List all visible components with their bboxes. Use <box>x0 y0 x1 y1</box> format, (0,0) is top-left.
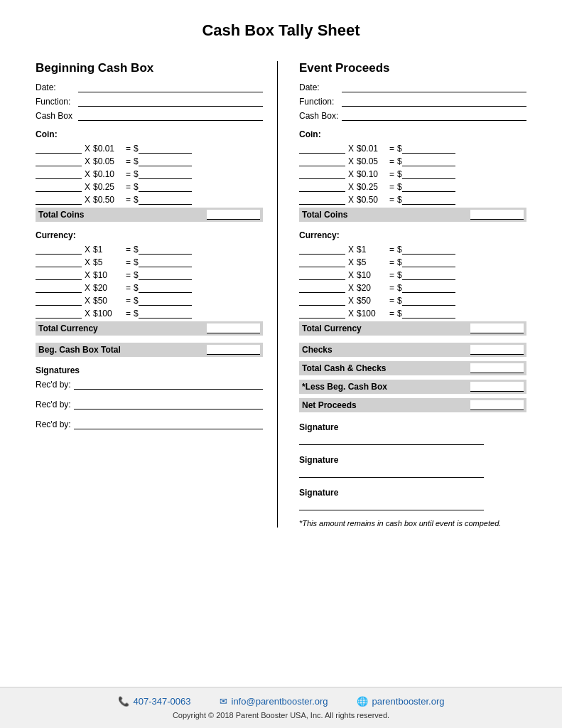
left-coin-qty-010[interactable] <box>36 169 82 179</box>
right-curr-row-20: X $20 = $ <box>299 283 526 293</box>
right-curr-result-10[interactable] <box>402 270 455 280</box>
right-coin-result-050[interactable] <box>402 195 455 205</box>
left-recd-line-3[interactable] <box>74 419 263 429</box>
left-coin-qty-050[interactable] <box>36 195 82 205</box>
left-coin-result-010[interactable] <box>139 169 192 179</box>
right-sig2-line[interactable] <box>299 466 484 478</box>
left-curr-row-5: X $5 = $ <box>36 257 263 267</box>
right-signature-block-2: Signature <box>299 455 526 478</box>
globe-icon: 🌐 <box>357 696 368 707</box>
left-total-coins-value[interactable] <box>207 210 260 220</box>
left-curr-result-5[interactable] <box>139 257 192 267</box>
right-coin-row-025: X $0.25 = $ <box>299 182 526 192</box>
right-coin-result-010[interactable] <box>402 169 455 179</box>
right-curr-result-1[interactable] <box>402 245 455 255</box>
left-coin-result-005[interactable] <box>139 156 192 166</box>
left-curr-row-20: X $20 = $ <box>36 283 263 293</box>
left-function-input[interactable] <box>78 97 263 107</box>
right-curr-qty-5[interactable] <box>299 257 345 267</box>
left-total-currency-value[interactable] <box>207 323 260 333</box>
left-coin-result-001[interactable] <box>139 144 192 154</box>
left-curr-qty-50[interactable] <box>36 296 82 306</box>
right-curr-qty-50[interactable] <box>299 296 345 306</box>
right-footnote: *This amount remains in cash box until e… <box>299 519 526 528</box>
left-recd-line-2[interactable] <box>74 400 263 410</box>
right-curr-row-1: X $1 = $ <box>299 245 526 255</box>
right-coin-row-010: X $0.10 = $ <box>299 169 526 179</box>
left-curr-qty-20[interactable] <box>36 283 82 293</box>
left-coin-qty-001[interactable] <box>36 144 82 154</box>
left-curr-denom-20: $20 <box>93 283 123 293</box>
left-beg-cash-box-total-value[interactable] <box>207 345 260 355</box>
right-sig1-title: Signature <box>299 422 526 432</box>
right-coin-qty-001[interactable] <box>299 144 345 154</box>
right-curr-result-100[interactable] <box>402 309 455 318</box>
right-curr-result-20[interactable] <box>402 283 455 293</box>
right-cashbox-input[interactable] <box>342 111 526 121</box>
left-cashbox-input[interactable] <box>78 111 263 121</box>
left-curr-qty-1[interactable] <box>36 245 82 255</box>
right-less-beg-value[interactable] <box>470 382 524 392</box>
right-currency-title: Currency: <box>299 230 526 240</box>
left-coin-qty-025[interactable] <box>36 182 82 192</box>
left-recd-label-1: Rec'd by: <box>36 380 71 390</box>
left-curr-result-10[interactable] <box>139 270 192 280</box>
right-checks-row: Checks <box>299 343 526 357</box>
right-date-input[interactable] <box>342 82 526 92</box>
right-coin-row-050: X $0.50 = $ <box>299 195 526 205</box>
left-coin-row-010: X $0.10 = $ <box>36 169 263 179</box>
right-curr-denom-1: $1 <box>357 245 387 255</box>
left-recd-line-1[interactable] <box>74 380 263 390</box>
footer-website: 🌐 parentbooster.org <box>357 696 445 707</box>
right-coin-result-025[interactable] <box>402 182 455 192</box>
left-date-label: Date: <box>36 82 78 92</box>
right-curr-qty-100[interactable] <box>299 309 345 318</box>
left-curr-qty-100[interactable] <box>36 309 82 318</box>
right-total-currency-label: Total Currency <box>302 323 470 333</box>
right-sig1-line[interactable] <box>299 434 484 445</box>
left-beg-cash-box-total-row: Beg. Cash Box Total <box>36 343 263 357</box>
right-coin-qty-010[interactable] <box>299 169 345 179</box>
right-total-cash-checks-value[interactable] <box>470 363 524 373</box>
right-sig2-title: Signature <box>299 455 526 465</box>
left-curr-result-50[interactable] <box>139 296 192 306</box>
left-cashbox-label: Cash Box <box>36 111 78 121</box>
left-coin-qty-005[interactable] <box>36 156 82 166</box>
right-curr-qty-20[interactable] <box>299 283 345 293</box>
left-coin-result-050[interactable] <box>139 195 192 205</box>
right-total-coins-value[interactable] <box>470 210 524 220</box>
left-coin-denom-005: $0.05 <box>93 156 123 166</box>
left-curr-qty-10[interactable] <box>36 270 82 280</box>
right-coin-qty-050[interactable] <box>299 195 345 205</box>
left-coin-row-001: X $0.01 = $ <box>36 144 263 154</box>
right-curr-qty-1[interactable] <box>299 245 345 255</box>
right-signature-block-1: Signature <box>299 422 526 445</box>
right-curr-result-50[interactable] <box>402 296 455 306</box>
right-signature-block-3: Signature <box>299 488 526 510</box>
left-currency-title: Currency: <box>36 230 263 240</box>
right-coin-qty-025[interactable] <box>299 182 345 192</box>
right-curr-denom-20: $20 <box>357 283 387 293</box>
left-curr-result-100[interactable] <box>139 309 192 318</box>
left-recd-by-3: Rec'd by: <box>36 419 263 429</box>
right-sig3-title: Signature <box>299 488 526 498</box>
right-cashbox-row: Cash Box: <box>299 111 526 121</box>
left-curr-result-20[interactable] <box>139 283 192 293</box>
right-curr-result-5[interactable] <box>402 257 455 267</box>
right-coin-result-005[interactable] <box>402 156 455 166</box>
right-sig3-line[interactable] <box>299 499 484 510</box>
right-coin-qty-005[interactable] <box>299 156 345 166</box>
right-curr-qty-10[interactable] <box>299 270 345 280</box>
right-coin-result-001[interactable] <box>402 144 455 154</box>
left-cashbox-row: Cash Box <box>36 111 263 121</box>
right-checks-value[interactable] <box>470 345 524 355</box>
left-curr-qty-5[interactable] <box>36 257 82 267</box>
right-function-input[interactable] <box>342 97 526 107</box>
footer-phone: 📞 407-347-0063 <box>118 696 191 707</box>
left-beg-cash-box-total-label: Beg. Cash Box Total <box>38 345 207 355</box>
left-coin-result-025[interactable] <box>139 182 192 192</box>
left-date-input[interactable] <box>78 82 263 92</box>
right-total-currency-value[interactable] <box>470 323 524 333</box>
right-net-proceeds-value[interactable] <box>470 400 524 410</box>
left-curr-result-1[interactable] <box>139 245 192 255</box>
